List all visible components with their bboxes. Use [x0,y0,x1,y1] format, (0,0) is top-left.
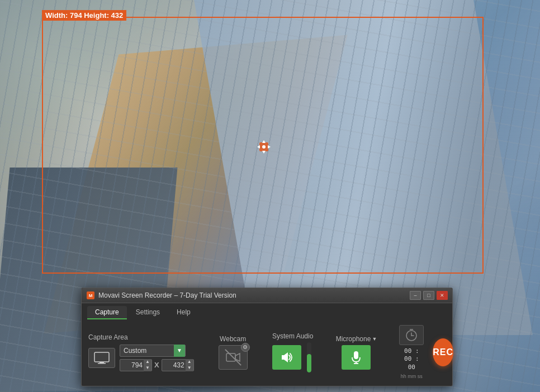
height-up[interactable]: ▲ [186,359,193,365]
screen-icon [94,352,110,364]
capture-area-label: Capture Area [88,333,194,341]
dimension-inputs: ▲ ▼ X ▲ ▼ [120,359,194,371]
panel-content: Capture Area Custom ▼ [82,319,452,386]
system-audio-label: System Audio [272,332,313,340]
webcam-gear-icon[interactable]: ⚙ [241,343,250,352]
webcam-icon [226,351,240,364]
svg-marker-2 [262,151,266,154]
svg-marker-3 [257,145,260,149]
move-cursor-icon[interactable] [255,138,273,156]
timer-section: 00 : 00 : 00 hh mm ss [399,325,424,379]
svg-marker-1 [262,140,266,143]
dropdown-container: Custom ▼ ▲ ▼ X [120,345,194,371]
webcam-btn-wrap: ⚙ [219,345,248,370]
microphone-section: Microphone ▼ [336,335,377,370]
height-input[interactable] [162,361,186,369]
svg-rect-10 [98,363,106,364]
mic-label-row: Microphone ▼ [336,335,377,343]
screen-select-button[interactable] [88,348,115,368]
maximize-button[interactable]: □ [423,291,434,300]
app-icon: M [86,291,95,300]
timer-display: 00 : 00 : 00 [399,347,424,371]
svg-point-5 [262,145,266,149]
microphone-button[interactable] [342,345,371,370]
capture-area-controls: Custom ▼ ▲ ▼ X [88,345,194,371]
height-down[interactable]: ▼ [186,365,193,371]
webcam-label: Webcam [220,335,246,343]
dimension-separator: X [154,361,159,369]
svg-marker-13 [282,352,288,362]
svg-marker-12 [235,353,240,361]
svg-rect-14 [354,351,358,359]
clock-icon [405,328,418,342]
system-audio-section: System Audio [272,332,314,372]
rec-button[interactable]: REC [433,338,453,366]
height-input-wrap: ▲ ▼ [162,359,194,371]
svg-marker-4 [268,145,271,149]
app-title: Movavi Screen Recorder – 7-Day Trial Ver… [98,291,236,299]
title-bar: M Movavi Screen Recorder – 7-Day Trial V… [82,288,452,303]
svg-rect-8 [94,352,109,362]
mic-label: Microphone [336,335,371,343]
width-down[interactable]: ▼ [144,365,151,371]
width-input[interactable] [120,361,144,369]
timer-sublabels: hh mm ss [401,374,423,379]
tab-help[interactable]: Help [169,306,198,319]
width-spinners: ▲ ▼ [144,359,151,371]
title-bar-left: M Movavi Screen Recorder – 7-Day Trial V… [86,291,236,300]
title-controls: – □ ✕ [410,291,448,300]
preset-dropdown[interactable]: Custom ▼ [120,345,186,357]
timer-icon[interactable] [399,325,424,345]
tab-settings[interactable]: Settings [128,306,168,319]
preset-dropdown-value: Custom [120,347,174,355]
audio-level-slider[interactable] [307,342,311,372]
mic-icon [352,351,361,364]
tab-capture[interactable]: Capture [87,306,127,319]
svg-rect-11 [226,353,235,361]
mic-dropdown-arrow[interactable]: ▼ [372,336,377,342]
audio-level-fill [307,354,311,372]
svg-rect-9 [100,362,104,363]
control-panel: M Movavi Screen Recorder – 7-Day Trial V… [81,288,453,386]
preset-dropdown-arrow[interactable]: ▼ [174,345,185,357]
dimension-label: Width: 794 Height: 432 [42,10,126,21]
speaker-icon [280,351,293,364]
minimize-button[interactable]: – [410,291,421,300]
close-button[interactable]: ✕ [437,291,448,300]
svg-text:M: M [89,293,93,298]
capture-area-section: Capture Area Custom ▼ [88,333,194,371]
webcam-section: Webcam ⚙ [216,335,250,370]
nav-tabs: Capture Settings Help [82,303,452,319]
width-up[interactable]: ▲ [144,359,151,365]
width-input-wrap: ▲ ▼ [120,359,152,371]
system-audio-button[interactable] [272,345,301,370]
height-spinners: ▲ ▼ [186,359,193,371]
